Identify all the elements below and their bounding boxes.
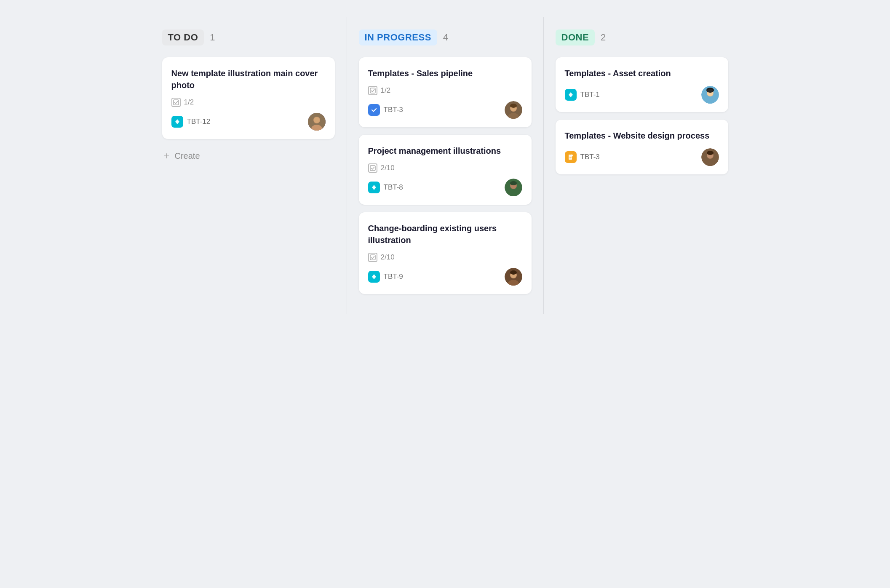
ticket-badge-file: [565, 151, 577, 163]
card-done-2[interactable]: Templates - Website design process TBT-3: [556, 120, 728, 174]
ticket-id: TBT-3: [384, 106, 403, 114]
svg-rect-0: [174, 100, 179, 105]
svg-point-45: [707, 151, 714, 155]
card-meta: TBT-12: [171, 113, 326, 131]
ticket-id: TBT-12: [187, 118, 211, 126]
checklist-row: 2/10: [368, 253, 522, 262]
ticket-row: TBT-3: [368, 104, 403, 116]
ticket-id: TBT-3: [580, 153, 600, 161]
svg-rect-38: [571, 155, 573, 156]
checklist-row: 1/2: [171, 98, 326, 107]
checklist-icon: [368, 86, 377, 95]
checklist-icon: [368, 253, 377, 262]
card-title: New template illustration main cover pho…: [171, 67, 326, 91]
checklist-icon: [171, 98, 181, 107]
checklist-count: 2/10: [381, 164, 395, 172]
column-todo: TO DO 1 New template illustration main c…: [150, 17, 347, 314]
checklist-count: 2/10: [381, 253, 395, 262]
svg-point-36: [707, 89, 713, 92]
checklist-row: 1/2: [368, 86, 522, 95]
card-ip-2[interactable]: Project management illustrations 2/10: [359, 135, 532, 205]
svg-rect-7: [370, 88, 375, 93]
inprogress-label: IN PROGRESS: [359, 29, 437, 45]
ticket-row: TBT-9: [368, 271, 403, 283]
column-inprogress: IN PROGRESS 4 Templates - Sales pipeline…: [347, 17, 544, 314]
card-todo-1[interactable]: New template illustration main cover pho…: [162, 57, 335, 139]
inprogress-count: 4: [443, 32, 448, 43]
ticket-badge-check: [368, 104, 380, 116]
plus-icon: +: [164, 150, 170, 162]
ticket-row: TBT-1: [565, 89, 600, 101]
checklist-count: 1/2: [184, 98, 194, 107]
ticket-row: TBT-3: [565, 151, 600, 163]
svg-rect-13: [370, 166, 375, 171]
ticket-badge-diamond: [565, 89, 577, 101]
done-header: DONE 2: [556, 29, 728, 45]
ticket-badge-diamond: [368, 182, 380, 193]
card-title: Templates - Asset creation: [565, 67, 719, 79]
ticket-id: TBT-9: [384, 273, 403, 281]
card-title: Templates - Website design process: [565, 130, 719, 142]
svg-point-6: [314, 117, 320, 123]
card-title: Change-boarding existing users illustrat…: [368, 222, 522, 246]
ticket-badge-diamond: [368, 271, 380, 283]
card-meta: TBT-8: [368, 179, 522, 196]
svg-point-12: [510, 104, 517, 108]
kanban-board: TO DO 1 New template illustration main c…: [150, 17, 740, 314]
svg-point-28: [510, 270, 517, 275]
ticket-row: TBT-12: [171, 116, 211, 128]
checklist-icon: [368, 163, 377, 173]
avatar-man-1: [308, 113, 326, 131]
checklist-count: 1/2: [381, 86, 391, 95]
card-title: Project management illustrations: [368, 145, 522, 157]
todo-label: TO DO: [162, 29, 204, 45]
card-meta: TBT-9: [368, 268, 522, 286]
svg-point-20: [510, 181, 517, 185]
ticket-id: TBT-8: [384, 183, 403, 192]
card-ip-3[interactable]: Change-boarding existing users illustrat…: [359, 212, 532, 294]
create-label: Create: [175, 151, 200, 161]
create-button[interactable]: + Create: [162, 147, 335, 165]
avatar-man-3: [505, 179, 522, 196]
card-meta: TBT-3: [565, 148, 719, 166]
card-done-1[interactable]: Templates - Asset creation TBT-1: [556, 57, 728, 112]
card-meta: TBT-1: [565, 86, 719, 104]
ticket-badge-diamond: [171, 116, 183, 128]
checklist-row: 2/10: [368, 163, 522, 173]
ticket-id: TBT-1: [580, 91, 600, 99]
ticket-row: TBT-8: [368, 182, 403, 193]
avatar-man-2: [505, 101, 522, 119]
avatar-man-4: [505, 268, 522, 286]
svg-rect-21: [370, 255, 375, 260]
avatar-woman-1: [701, 86, 719, 104]
done-label: DONE: [556, 29, 595, 45]
todo-count: 1: [210, 32, 215, 43]
card-meta: TBT-3: [368, 101, 522, 119]
todo-header: TO DO 1: [162, 29, 335, 45]
card-title: Templates - Sales pipeline: [368, 67, 522, 79]
card-ip-1[interactable]: Templates - Sales pipeline 1/2: [359, 57, 532, 127]
done-count: 2: [601, 32, 606, 43]
avatar-man-5: [701, 148, 719, 166]
inprogress-header: IN PROGRESS 4: [359, 29, 532, 45]
column-done: DONE 2 Templates - Asset creation TBT-1: [544, 17, 740, 314]
